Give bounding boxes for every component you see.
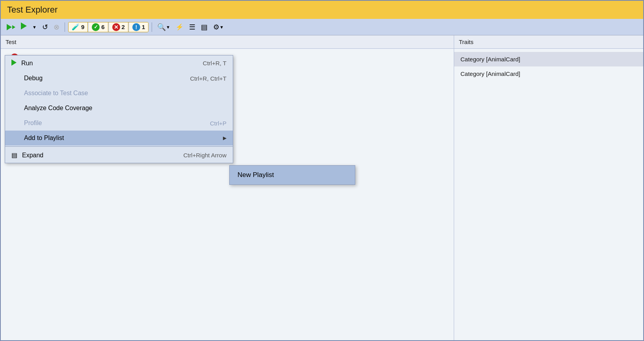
menu-item-run[interactable]: Run Ctrl+R, T bbox=[5, 55, 233, 71]
trait-item-0: Category [AnimalCard] bbox=[454, 52, 643, 66]
badge-group: 🧪 9 ✓ 6 ✕ 2 ! 1 bbox=[68, 22, 148, 32]
badge-pass-count: 6 bbox=[101, 24, 104, 30]
beaker-icon: 🧪 bbox=[72, 23, 80, 31]
live-run-icon: ⚡ bbox=[176, 23, 184, 31]
menu-item-add-playlist-label: Add to Playlist bbox=[24, 135, 218, 142]
expand-menu-icon: ▤ bbox=[11, 151, 17, 159]
warn-icon: ! bbox=[132, 23, 140, 31]
run-selected-button[interactable] bbox=[5, 23, 17, 31]
group-by-button[interactable]: ☰ bbox=[187, 22, 197, 33]
run-selected-icon bbox=[7, 24, 15, 30]
test-explorer-window: Test Explorer ▼ ↺ ⊗ 🧪 9 bbox=[0, 0, 644, 341]
menu-item-debug-shortcut: Ctrl+R, Ctrl+T bbox=[190, 75, 226, 82]
menu-item-debug[interactable]: Debug Ctrl+R, Ctrl+T bbox=[5, 71, 233, 86]
separator-1 bbox=[65, 22, 65, 32]
settings-icon: ⚙ bbox=[213, 23, 219, 31]
run-all-icon bbox=[21, 22, 27, 31]
menu-item-associate-label: Associate to Test Case bbox=[24, 90, 222, 97]
menu-item-expand-shortcut: Ctrl+Right Arrow bbox=[183, 152, 226, 159]
window-title: Test Explorer bbox=[7, 5, 58, 15]
menu-item-profile-shortcut: Ctrl+P bbox=[210, 120, 226, 127]
cancel-icon: ⊗ bbox=[54, 23, 59, 31]
live-run-button[interactable]: ⚡ bbox=[174, 22, 186, 32]
main-content: Test ▶ ✕ BlazorMemoryGame.Test (8) Run bbox=[1, 35, 643, 340]
menu-item-coverage[interactable]: Analyze Code Coverage bbox=[5, 101, 233, 116]
badge-all-count: 9 bbox=[81, 24, 84, 30]
new-playlist-label: New Playlist bbox=[238, 171, 274, 179]
trait-label-1: Category [AnimalCard] bbox=[460, 70, 520, 77]
traits-area: Category [AnimalCard] Category [AnimalCa… bbox=[454, 49, 643, 84]
run-all-button[interactable] bbox=[19, 21, 29, 33]
group-by-icon: ☰ bbox=[189, 23, 195, 31]
title-bar: Test Explorer bbox=[1, 1, 643, 19]
menu-item-debug-label: Debug bbox=[24, 75, 185, 82]
dropdown-arrow-icon: ▼ bbox=[32, 25, 37, 29]
filter-button[interactable]: 🔍 ▼ bbox=[155, 22, 172, 33]
run-dropdown-button[interactable]: ▼ bbox=[30, 24, 39, 31]
submenu: New Playlist bbox=[229, 165, 355, 185]
badge-pass-button[interactable]: ✓ 6 bbox=[89, 22, 108, 32]
menu-item-coverage-label: Analyze Code Coverage bbox=[24, 105, 222, 112]
refresh-icon: ↺ bbox=[42, 23, 48, 31]
playlist-button[interactable]: ▤ bbox=[199, 22, 210, 33]
filter-icon: 🔍 bbox=[157, 23, 166, 31]
menu-item-add-playlist[interactable]: Add to Playlist ▶ bbox=[5, 131, 233, 146]
settings-button[interactable]: ⚙ ▼ bbox=[211, 22, 226, 33]
badge-warn-button[interactable]: ! 1 bbox=[129, 22, 148, 32]
settings-dropdown-icon: ▼ bbox=[219, 25, 224, 29]
menu-item-expand-label: Expand bbox=[22, 152, 178, 159]
playlist-icon: ▤ bbox=[201, 23, 208, 31]
menu-item-profile-label: Profile bbox=[24, 120, 205, 127]
submenu-arrow-icon: ▶ bbox=[223, 135, 226, 141]
submenu-item-new-playlist[interactable]: New Playlist bbox=[230, 166, 355, 184]
filter-dropdown-icon: ▼ bbox=[166, 25, 170, 29]
menu-item-associate: Associate to Test Case bbox=[5, 86, 233, 101]
refresh-button[interactable]: ↺ bbox=[40, 22, 50, 33]
warn-circle: ! bbox=[132, 23, 140, 31]
menu-item-profile: Profile Ctrl+P bbox=[5, 116, 233, 131]
right-panel: Traits Category [AnimalCard] Category [A… bbox=[454, 35, 643, 340]
pass-circle: ✓ bbox=[92, 23, 100, 31]
menu-item-run-label: Run bbox=[21, 60, 198, 67]
separator-2 bbox=[152, 22, 152, 32]
run-menu-icon bbox=[11, 59, 17, 67]
menu-separator-1 bbox=[5, 146, 233, 147]
badge-all-button[interactable]: 🧪 9 bbox=[69, 22, 88, 32]
test-column-header: Test bbox=[1, 35, 454, 49]
fail-circle: ✕ bbox=[112, 23, 120, 31]
toolbar: ▼ ↺ ⊗ 🧪 9 ✓ 6 ✕ 2 bbox=[1, 19, 643, 35]
fail-icon: ✕ bbox=[112, 23, 120, 31]
menu-item-run-shortcut: Ctrl+R, T bbox=[203, 60, 226, 66]
trait-item-1: Category [AnimalCard] bbox=[454, 66, 643, 81]
context-menu: Run Ctrl+R, T Debug Ctrl+R, Ctrl+T Assoc… bbox=[5, 55, 233, 163]
badge-warn-count: 1 bbox=[142, 24, 145, 30]
cancel-button[interactable]: ⊗ bbox=[52, 22, 61, 33]
trait-label-0: Category [AnimalCard] bbox=[460, 56, 520, 63]
left-panel: Test ▶ ✕ BlazorMemoryGame.Test (8) Run bbox=[1, 35, 454, 340]
pass-icon: ✓ bbox=[92, 23, 100, 31]
badge-fail-button[interactable]: ✕ 2 bbox=[109, 22, 128, 32]
traits-column-header: Traits bbox=[454, 35, 643, 49]
menu-item-expand[interactable]: ▤ Expand Ctrl+Right Arrow bbox=[5, 147, 233, 163]
badge-fail-count: 2 bbox=[122, 24, 125, 30]
